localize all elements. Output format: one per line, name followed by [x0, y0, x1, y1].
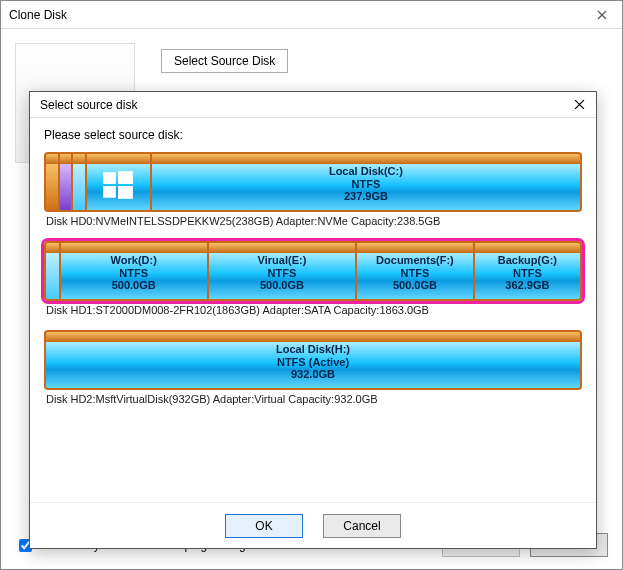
- disk-info: Disk HD1:ST2000DM008-2FR102(1863GB) Adap…: [44, 301, 582, 316]
- main-title: Clone Disk: [9, 8, 67, 22]
- main-titlebar: Clone Disk: [1, 1, 622, 29]
- ok-button[interactable]: OK: [225, 514, 303, 538]
- windows-logo-icon: [101, 162, 135, 202]
- partition-label: Virual(E:)NTFS500.0GB: [258, 250, 307, 292]
- svg-rect-1: [118, 171, 133, 184]
- disk-info: Disk HD2:MsftVirtualDisk(932GB) Adapter:…: [44, 390, 582, 405]
- svg-rect-0: [103, 172, 116, 184]
- dialog-footer: OK Cancel: [30, 502, 596, 548]
- dialog-body: Please select source disk: Local Disk(C:…: [30, 118, 596, 502]
- partition[interactable]: Virual(E:)NTFS500.0GB: [209, 243, 355, 299]
- partition[interactable]: [73, 154, 85, 210]
- partition-label: Work(D:)NTFS500.0GB: [111, 250, 157, 292]
- partition[interactable]: [46, 154, 58, 210]
- partition[interactable]: [46, 243, 59, 299]
- disk-group: Local Disk(C:)NTFS237.9GBDisk HD0:NVMeIN…: [44, 152, 582, 227]
- partition-label: Documents(F:)NTFS500.0GB: [376, 250, 454, 292]
- disk-list: Local Disk(C:)NTFS237.9GBDisk HD0:NVMeIN…: [44, 152, 582, 405]
- main-close-button[interactable]: [582, 1, 622, 28]
- partition[interactable]: [87, 154, 150, 210]
- dialog-prompt: Please select source disk:: [44, 128, 582, 142]
- select-source-dialog: Select source disk Please select source …: [29, 91, 597, 549]
- dialog-close-button[interactable]: [562, 92, 596, 117]
- svg-rect-2: [103, 186, 116, 198]
- dialog-titlebar: Select source disk: [30, 92, 596, 118]
- close-icon: [597, 10, 607, 20]
- disk-bar[interactable]: Work(D:)NTFS500.0GBVirual(E:)NTFS500.0GB…: [44, 241, 582, 301]
- partition[interactable]: Backup(G:)NTFS362.9GB: [475, 243, 580, 299]
- partition-label: Backup(G:)NTFS362.9GB: [498, 250, 557, 292]
- partition[interactable]: [60, 154, 72, 210]
- svg-rect-3: [118, 186, 133, 199]
- disk-bar[interactable]: Local Disk(H:)NTFS (Active)932.0GB: [44, 330, 582, 390]
- dialog-title: Select source disk: [40, 98, 137, 112]
- partition-label: Local Disk(H:)NTFS (Active)932.0GB: [276, 339, 350, 381]
- disk-group: Local Disk(H:)NTFS (Active)932.0GBDisk H…: [44, 330, 582, 405]
- partition[interactable]: Local Disk(C:)NTFS237.9GB: [152, 154, 580, 210]
- partition[interactable]: Work(D:)NTFS500.0GB: [61, 243, 207, 299]
- partition[interactable]: Documents(F:)NTFS500.0GB: [357, 243, 473, 299]
- main-body: Select Source Disk Prevent System From S…: [1, 29, 622, 569]
- disk-bar[interactable]: Local Disk(C:)NTFS237.9GB: [44, 152, 582, 212]
- partition-label: Local Disk(C:)NTFS237.9GB: [329, 161, 403, 203]
- partition[interactable]: Local Disk(H:)NTFS (Active)932.0GB: [46, 332, 580, 388]
- close-icon: [574, 99, 585, 110]
- dialog-cancel-button[interactable]: Cancel: [323, 514, 401, 538]
- disk-info: Disk HD0:NVMeINTELSSDPEKKW25(238GB) Adap…: [44, 212, 582, 227]
- disk-group: Work(D:)NTFS500.0GBVirual(E:)NTFS500.0GB…: [44, 241, 582, 316]
- main-window: Clone Disk Select Source Disk Prevent Sy…: [0, 0, 623, 570]
- select-source-tab[interactable]: Select Source Disk: [161, 49, 288, 73]
